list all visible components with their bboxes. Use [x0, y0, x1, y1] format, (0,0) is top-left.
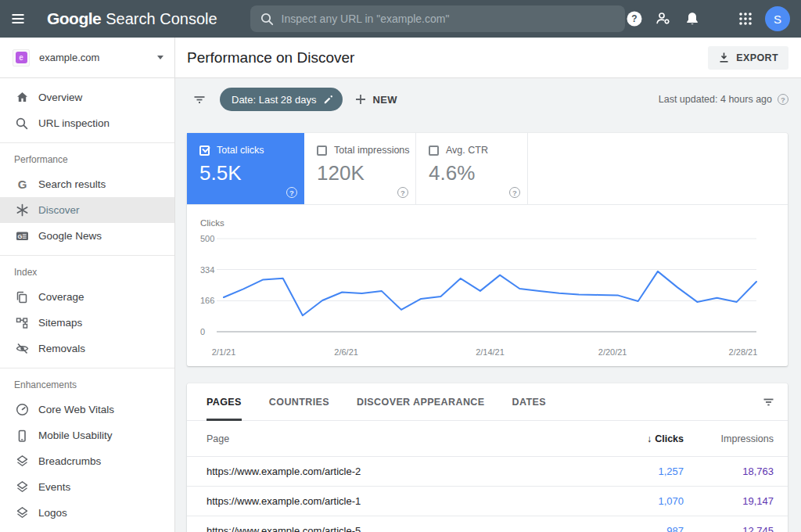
app-root: Google Search Console ? [0, 0, 801, 532]
filter-button[interactable] [192, 92, 207, 106]
table-row[interactable]: https://www.example.com/article-1 1,070 … [187, 487, 788, 516]
sidebar-item-google-news[interactable]: G Google News [0, 223, 174, 249]
metric-header: Avg. CTR [429, 145, 516, 156]
column-header-clicks[interactable]: ↓Clicks [598, 433, 684, 444]
page-url-cell[interactable]: https://www.example.com/article-2 [207, 466, 598, 477]
sidebar-item-logos[interactable]: Logos [0, 500, 174, 526]
sidebar-item-label: Discover [38, 204, 80, 216]
sidebar-item-breadcrumbs[interactable]: Breadcrumbs [0, 448, 174, 474]
table-row[interactable]: https://www.example.com/article-5 987 12… [187, 516, 788, 532]
metric-card-avg-ctr[interactable]: Avg. CTR 4.6% ? [416, 133, 528, 204]
google-g-icon: G [14, 177, 30, 192]
sidebar-item-label: Sitemaps [38, 317, 82, 329]
nav-group-performance: Performance G Search results Discover G [0, 143, 174, 256]
clicks-cell: 1,070 [598, 495, 684, 507]
table-row[interactable]: https://www.example.com/article-2 1,257 … [187, 457, 788, 487]
nav-group-enhancements: Enhancements Core Web Vitals Mobile Usab… [0, 368, 174, 532]
x-tick-label: 2/14/21 [476, 347, 505, 357]
export-label: EXPORT [736, 52, 778, 63]
help-outline-icon[interactable]: ? [778, 94, 788, 105]
sidebar-item-url-inspection[interactable]: URL inspection [0, 110, 174, 136]
dimensions-table-card: PAGES COUNTRIES DISCOVER APPEARANCE DATE… [187, 383, 788, 532]
chart-axis-title: Clicks [200, 218, 224, 228]
help-outline-icon[interactable]: ? [286, 187, 297, 198]
x-tick-label: 2/1/21 [212, 347, 236, 357]
property-name: example.com [39, 52, 99, 63]
page-url-cell[interactable]: https://www.example.com/article-5 [207, 525, 598, 532]
property-selector[interactable]: e example.com [0, 38, 174, 78]
sidebar-item-events[interactable]: Events [0, 474, 174, 500]
news-icon: G [14, 228, 30, 244]
pencil-icon [323, 95, 333, 105]
checkbox-unchecked-icon[interactable] [317, 146, 327, 156]
column-header-page[interactable]: Page [207, 433, 598, 444]
impressions-cell: 18,763 [684, 466, 774, 477]
sidebar-item-label: Coverage [38, 291, 84, 303]
table-tabs: PAGES COUNTRIES DISCOVER APPEARANCE DATE… [187, 383, 788, 421]
sidebar-item-removals[interactable]: Removals [0, 336, 174, 361]
filter-bar: Date: Last 28 days NEW Last updated: 4 h… [175, 78, 801, 120]
checkbox-unchecked-icon[interactable] [429, 146, 439, 156]
metric-value: 4.6% [429, 161, 516, 185]
table-filter-button[interactable] [762, 395, 775, 408]
column-header-impressions[interactable]: Impressions [684, 433, 774, 444]
help-button[interactable]: ? [625, 9, 644, 28]
page-url-cell[interactable]: https://www.example.com/article-1 [207, 495, 598, 507]
app-logo: Google Search Console [47, 9, 217, 28]
x-tick-label: 2/28/21 [729, 347, 758, 357]
help-outline-icon[interactable]: ? [509, 187, 520, 198]
tab-countries[interactable]: COUNTRIES [269, 383, 329, 421]
svg-text:?: ? [631, 13, 637, 24]
sidebar-item-label: URL inspection [38, 117, 110, 129]
account-avatar[interactable]: S [765, 6, 790, 31]
google-apps-button[interactable] [736, 9, 755, 28]
url-inspect-search-box[interactable] [250, 5, 625, 32]
checkbox-checked-icon[interactable] [199, 146, 210, 156]
sidebar-item-search-results[interactable]: G Search results [0, 171, 174, 197]
x-tick-label: 2/20/21 [598, 347, 627, 357]
sidebar-item-label: Overview [38, 92, 82, 103]
eye-off-icon [14, 341, 30, 357]
tab-dates[interactable]: DATES [512, 383, 545, 421]
sidebar-item-discover[interactable]: Discover [0, 197, 174, 223]
bell-icon [684, 11, 700, 27]
y-tick-label: 166 [200, 296, 214, 305]
tab-pages[interactable]: PAGES [207, 383, 242, 421]
logo-product-text: Search Console [106, 10, 217, 28]
search-input[interactable] [282, 13, 616, 25]
new-filter-button[interactable]: NEW [354, 93, 397, 106]
download-icon [718, 52, 730, 63]
sort-desc-icon: ↓ [647, 433, 652, 444]
sidebar-item-overview[interactable]: Overview [0, 84, 174, 110]
property-favicon-letter: e [16, 52, 27, 63]
sidebar-item-products[interactable]: Products [0, 526, 174, 532]
user-settings-button[interactable] [654, 9, 673, 28]
help-outline-icon[interactable]: ? [397, 187, 408, 198]
sitemap-tree-icon [14, 315, 30, 331]
metric-card-total-clicks[interactable]: Total clicks 5.5K ? [187, 133, 304, 204]
metric-card-total-impressions[interactable]: Total impressions 120K ? [304, 133, 416, 204]
nav-section-performance: Performance [0, 148, 174, 171]
hamburger-menu-button[interactable] [0, 0, 36, 38]
layers-icon [14, 480, 30, 495]
apps-grid-icon [738, 11, 753, 27]
clicks-line-chart: Clicks01663345002/1/212/6/212/14/212/20/… [187, 205, 788, 366]
performance-chart-card: Total clicks 5.5K ? Total impressions 12… [187, 133, 788, 366]
metrics-row: Total clicks 5.5K ? Total impressions 12… [187, 133, 788, 205]
export-button[interactable]: EXPORT [708, 46, 788, 70]
sidebar-item-mobile-usability[interactable]: Mobile Usability [0, 422, 174, 448]
help-icon: ? [626, 10, 643, 27]
speedometer-icon [14, 402, 30, 418]
property-favicon: e [13, 49, 30, 66]
date-filter-chip[interactable]: Date: Last 28 days [220, 88, 343, 111]
discover-asterisk-icon [14, 203, 30, 218]
notifications-button[interactable] [683, 9, 702, 28]
pages-copy-icon [14, 289, 30, 305]
tab-discover-appearance[interactable]: DISCOVER APPEARANCE [357, 383, 484, 421]
sidebar-item-core-web-vitals[interactable]: Core Web Vitals [0, 397, 174, 422]
sidebar-item-sitemaps[interactable]: Sitemaps [0, 310, 174, 336]
sidebar-item-coverage[interactable]: Coverage [0, 284, 174, 310]
user-settings-icon [655, 10, 672, 27]
clicks-cell: 1,257 [598, 466, 684, 477]
page-title: Performance on Discover [187, 49, 354, 66]
